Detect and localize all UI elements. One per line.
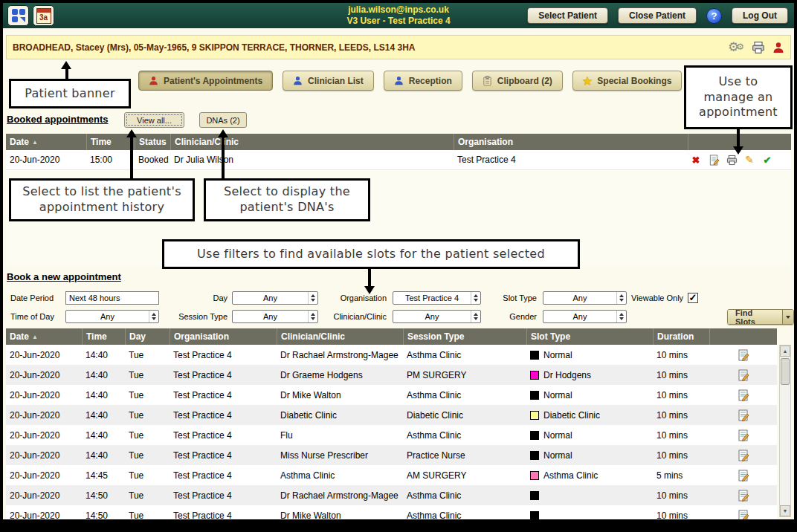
slot-color-swatch [530, 491, 539, 500]
time-of-day-select[interactable]: Any [65, 310, 159, 323]
annotation-arrow-shaft [737, 129, 740, 147]
edit-appointment-icon[interactable]: ✎ [743, 154, 755, 166]
booked-appointments-heading: Booked appointments [7, 114, 109, 125]
slot-row[interactable]: 20-Jun-2020 14:40 Tue Test Practice 4 Dr… [6, 345, 777, 365]
tab-patients-appointments[interactable]: Patient's Appointments [138, 71, 273, 91]
tab-clipboard[interactable]: Clipboard (2) [472, 71, 563, 91]
slot-row[interactable]: 20-Jun-2020 14:40 Tue Test Practice 4 Fl… [6, 425, 777, 445]
book-slot-icon[interactable] [738, 429, 749, 441]
viewable-only-checkbox[interactable]: ✓ [688, 293, 698, 303]
book-slot-icon[interactable] [738, 450, 749, 461]
column-header-date[interactable]: Date▲ [6, 134, 86, 150]
column-header-day[interactable]: Day [125, 328, 170, 345]
slot-type-cell: Dr Hodgens [526, 370, 653, 380]
help-icon[interactable]: ? [706, 8, 722, 24]
book-slot-icon[interactable] [738, 349, 749, 361]
column-header-clinician[interactable]: Clinician/Clinic [170, 134, 454, 150]
slots-body: 20-Jun-2020 14:40 Tue Test Practice 4 Dr… [6, 345, 777, 525]
book-slot-icon[interactable] [738, 470, 749, 481]
column-header-organisation[interactable]: Organisation [454, 134, 688, 150]
slot-row[interactable]: 20-Jun-2020 14:40 Tue Test Practice 4 Mi… [6, 445, 777, 465]
slot-color-swatch [530, 451, 539, 460]
book-slot-icon[interactable] [738, 389, 749, 401]
annotation-dna-display: Select to display the patient's DNA's [204, 178, 370, 221]
organisation-select[interactable]: Test Practice 4 [393, 291, 481, 305]
spinner-arrows-icon [616, 292, 626, 304]
gender-label: Gender [486, 310, 537, 323]
slot-row[interactable]: 20-Jun-2020 14:45 Tue Test Practice 4 As… [6, 465, 777, 485]
clinician-clinic-select[interactable]: Any [393, 310, 481, 323]
column-header-duration[interactable]: Duration [653, 328, 709, 345]
column-header-date[interactable]: Date▲ [6, 328, 82, 345]
viewable-only-label: Viewable Only [631, 291, 686, 305]
date-period-input[interactable] [65, 291, 159, 305]
column-header-status[interactable]: Status [135, 134, 170, 150]
spinner-arrows-icon [149, 311, 158, 322]
column-header-book [709, 328, 777, 345]
slot-row[interactable]: 20-Jun-2020 14:40 Tue Test Practice 4 Dr… [6, 365, 777, 385]
confirm-appointment-icon[interactable]: ✔ [761, 154, 773, 166]
view-all-button[interactable]: View all... [124, 112, 184, 128]
slot-row[interactable]: 20-Jun-2020 14:40 Tue Test Practice 4 Di… [6, 405, 777, 425]
scroll-down-icon[interactable]: ▼ [780, 505, 790, 516]
column-header-time[interactable]: Time [82, 328, 125, 345]
book-new-appointment-heading: Book a new appointment [7, 271, 121, 282]
blue-person-icon [293, 76, 303, 85]
red-person-icon [149, 76, 158, 85]
slot-type-select[interactable]: Any [543, 291, 627, 305]
spinner-arrows-icon [308, 292, 317, 304]
annotation-arrow-down-icon [364, 286, 375, 294]
tab-clinician-list[interactable]: Clinician List [283, 71, 374, 91]
booked-appointment-row[interactable]: 20-Jun-2020 15:00 Booked Dr Julia Wilson… [6, 150, 791, 170]
time-of-day-label: Time of Day [10, 310, 62, 323]
spinner-arrows-icon [308, 311, 317, 322]
slot-type-label: Slot Type [486, 291, 537, 305]
slot-color-swatch [530, 511, 539, 520]
gender-select[interactable]: Any [543, 310, 627, 323]
banner-icons: ⚙⚙ [728, 36, 784, 59]
annotation-manage-appointment: Use to manage an appointment [684, 65, 793, 129]
slot-color-swatch [530, 411, 539, 420]
dnas-button[interactable]: DNAs (2) [199, 112, 247, 128]
day-label: Day [189, 291, 228, 305]
app-window: 3a julia.wilson@inps.co.uk V3 User - Tes… [0, 0, 797, 532]
logout-button[interactable]: Log Out [732, 7, 788, 24]
annotation-arrow-up-icon [126, 129, 137, 137]
appointment-actions: ✖ ✎ [688, 154, 791, 166]
patient-details-text: BROADHEAD, Stacey (Mrs), 05-May-1965, 9 … [13, 42, 415, 53]
slot-row[interactable]: 20-Jun-2020 14:40 Tue Test Practice 4 Dr… [6, 385, 777, 405]
cancel-appointment-icon[interactable]: ✖ [690, 154, 702, 166]
available-slots-table: Date▲ Time Day Organisation Clinician/Cl… [6, 328, 777, 525]
session-type-label: Session Type [172, 310, 228, 323]
print-icon[interactable] [752, 41, 765, 54]
settings-gears-icon[interactable]: ⚙⚙ [728, 41, 744, 53]
slot-row[interactable]: 20-Jun-2020 14:50 Tue Test Practice 4 Dr… [6, 485, 777, 505]
select-patient-button[interactable]: Select Patient [527, 7, 608, 24]
column-header-organisation[interactable]: Organisation [170, 328, 277, 345]
column-header-session-type[interactable]: Session Type [403, 328, 526, 345]
slots-scrollbar[interactable]: ▲ ▼ [779, 345, 791, 517]
find-slots-button[interactable]: Find Slots [727, 309, 794, 325]
annotation-arrow-shaft [222, 137, 225, 178]
book-slot-icon[interactable] [738, 490, 749, 502]
find-slots-dropdown-icon[interactable] [782, 310, 793, 324]
slot-type-cell [526, 491, 653, 500]
scroll-up-icon[interactable]: ▲ [780, 346, 790, 357]
tab-reception[interactable]: Reception [384, 71, 462, 91]
close-patient-button[interactable]: Close Patient [618, 7, 697, 24]
amend-appointment-icon[interactable] [708, 154, 720, 166]
patient-person-icon[interactable] [772, 42, 784, 53]
sort-asc-icon: ▲ [32, 334, 38, 340]
day-select[interactable]: Any [232, 291, 318, 305]
book-slot-icon[interactable] [738, 409, 749, 421]
annotation-arrow-shaft [368, 269, 371, 287]
organisation-label: Organisation [326, 291, 387, 305]
scrollbar-thumb[interactable] [781, 358, 790, 385]
annotation-arrow-shaft [65, 68, 68, 80]
column-header-slot-type[interactable]: Slot Type [526, 328, 653, 345]
tab-special-bookings[interactable]: ★ Special Bookings [572, 71, 683, 91]
book-slot-icon[interactable] [738, 369, 749, 381]
session-type-select[interactable]: Any [232, 310, 318, 323]
print-appointment-icon[interactable] [726, 154, 738, 166]
column-header-clinician[interactable]: Clinician/Clinic [277, 328, 403, 345]
